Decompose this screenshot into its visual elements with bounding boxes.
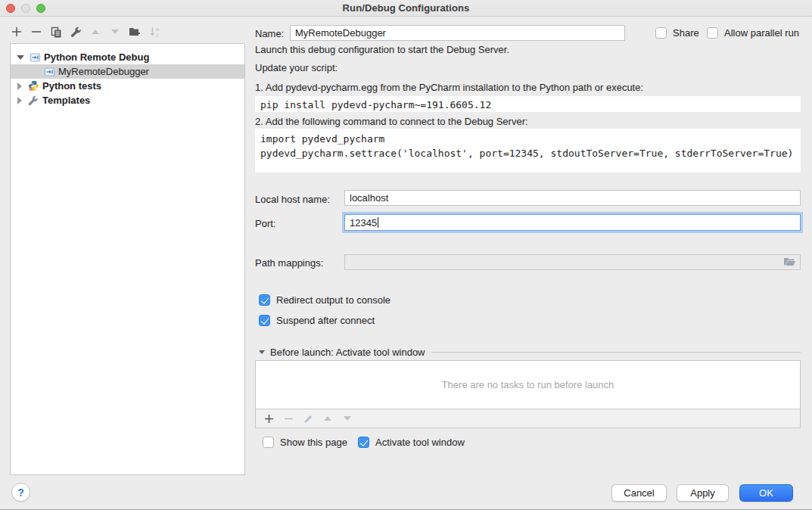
add-configuration-button[interactable] xyxy=(11,26,23,38)
tree-item-label: MyRemoteDebugger xyxy=(58,66,149,77)
help-label: ? xyxy=(17,487,24,499)
before-launch-title: Before launch: Activate tool window xyxy=(270,347,425,358)
tree-item-label: Python tests xyxy=(42,80,101,92)
settrace-code: import pydevd_pycharm pydevd_pycharm.set… xyxy=(255,129,801,173)
cancel-button[interactable]: Cancel xyxy=(611,484,667,502)
configurations-tree: Python Remote Debug MyRemoteDebugger Pyt… xyxy=(10,43,245,475)
configuration-editor: Name: Share Allow parallel run Launch th… xyxy=(255,0,801,510)
collapsed-triangle-icon[interactable] xyxy=(17,97,22,104)
cancel-label: Cancel xyxy=(624,487,654,499)
redirect-output-label: Redirect output to console xyxy=(276,294,390,306)
edit-task-pencil-icon xyxy=(302,412,314,424)
expanded-triangle-icon[interactable] xyxy=(17,55,24,60)
move-task-up-button xyxy=(322,412,334,424)
suspend-after-connect-option[interactable]: Suspend after connect xyxy=(259,315,375,326)
local-host-name-label: Local host name: xyxy=(255,194,330,205)
ok-button[interactable]: OK xyxy=(739,484,793,502)
apply-label: Apply xyxy=(690,487,715,499)
redirect-output-checkbox[interactable] xyxy=(259,294,270,306)
suspend-after-connect-checkbox[interactable] xyxy=(259,315,270,326)
sort-alphabetically-icon: az xyxy=(148,26,160,38)
description-update: Update your script: xyxy=(255,62,338,73)
port-input[interactable]: 12345 xyxy=(344,214,801,231)
activate-tool-window-checkbox[interactable] xyxy=(358,437,369,448)
show-this-page-checkbox[interactable] xyxy=(263,437,274,448)
empty-task-list-text: There are no tasks to run before launch xyxy=(442,379,614,390)
path-mappings-input[interactable] xyxy=(344,254,801,270)
move-task-down-button xyxy=(341,412,353,424)
show-this-page-label: Show this page xyxy=(280,437,347,448)
templates-wrench-icon xyxy=(28,95,39,106)
port-value: 12345 xyxy=(350,217,377,229)
allow-parallel-run-option[interactable]: Allow parallel run xyxy=(707,27,799,39)
share-option[interactable]: Share xyxy=(655,27,699,39)
tree-item-myremotedebugger[interactable]: MyRemoteDebugger xyxy=(11,64,244,79)
remove-configuration-button[interactable] xyxy=(30,26,42,38)
tree-item-templates[interactable]: Templates xyxy=(11,93,244,107)
pip-install-code: pip install pydevd-pycharm~=191.6605.12 xyxy=(255,96,801,112)
remove-task-button xyxy=(282,412,294,424)
allow-parallel-run-checkbox[interactable] xyxy=(707,27,718,39)
move-up-button xyxy=(89,26,101,38)
before-launch-header[interactable]: Before launch: Activate tool window xyxy=(259,347,801,358)
apply-button[interactable]: Apply xyxy=(677,484,729,502)
settrace-code-line1: import pydevd_pycharm xyxy=(260,133,384,145)
svg-text:z: z xyxy=(156,32,159,37)
port-label: Port: xyxy=(255,218,275,229)
tree-item-python-remote-debug[interactable]: Python Remote Debug xyxy=(11,50,244,64)
collapse-triangle-icon[interactable] xyxy=(259,350,265,354)
run-debug-configurations-dialog: Run/Debug Configurations az xyxy=(0,0,812,510)
local-host-name-input[interactable] xyxy=(344,190,801,206)
add-task-button[interactable] xyxy=(263,412,275,424)
new-folder-icon[interactable] xyxy=(129,26,141,38)
allow-parallel-run-label: Allow parallel run xyxy=(724,27,799,39)
description-step2: 2. Add the following command to connect … xyxy=(255,116,528,127)
suspend-after-connect-label: Suspend after connect xyxy=(276,315,375,326)
before-launch-task-list[interactable]: There are no tasks to run before launch xyxy=(255,360,801,409)
separator-line xyxy=(431,352,801,353)
edit-templates-wrench-icon[interactable] xyxy=(70,26,82,38)
description-step1: 1. Add pydevd-pycharm.egg from the PyCha… xyxy=(255,82,643,93)
tree-item-python-tests[interactable]: Python tests xyxy=(11,79,244,93)
text-cursor xyxy=(378,217,378,228)
settrace-code-line2: pydevd_pycharm.settrace('localhost', por… xyxy=(260,148,793,159)
move-down-button xyxy=(109,26,121,38)
share-checkbox[interactable] xyxy=(655,27,667,39)
redirect-output-option[interactable]: Redirect output to console xyxy=(259,294,390,306)
tree-item-label: Python Remote Debug xyxy=(44,51,149,63)
share-label: Share xyxy=(673,27,699,39)
python-tests-icon xyxy=(28,80,39,92)
ok-label: OK xyxy=(759,487,773,499)
description-intro: Launch this debug configuration to start… xyxy=(255,44,509,55)
configurations-toolbar: az xyxy=(11,25,160,39)
collapsed-triangle-icon[interactable] xyxy=(17,82,22,90)
path-mappings-label: Path mappings: xyxy=(255,257,323,269)
activate-tool-window-label: Activate tool window xyxy=(375,437,465,448)
browse-folder-icon[interactable] xyxy=(783,257,796,269)
tree-item-label: Templates xyxy=(42,95,90,106)
name-label: Name: xyxy=(255,28,284,39)
remote-debug-config-icon xyxy=(44,66,55,77)
task-list-toolbar xyxy=(255,409,801,428)
copy-configuration-icon[interactable] xyxy=(50,26,62,38)
svg-text:a: a xyxy=(156,26,159,32)
name-input[interactable] xyxy=(290,25,625,41)
help-button[interactable]: ? xyxy=(11,483,30,502)
activate-tool-window-option[interactable]: Activate tool window xyxy=(358,437,465,448)
remote-debug-config-icon xyxy=(30,51,41,63)
show-this-page-option[interactable]: Show this page xyxy=(263,437,347,448)
